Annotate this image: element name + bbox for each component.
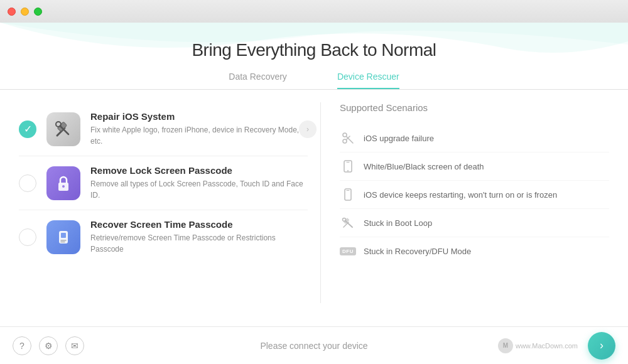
- tab-data-recovery[interactable]: Data Recovery: [229, 72, 287, 89]
- feature-repair-ios[interactable]: ✓ Repair iOS System: [19, 102, 308, 156]
- scenario-recovery-dfu: DFU Stuck in Recovery/DFU Mode: [340, 237, 609, 265]
- feature-screen-time-text: Recover Screen Time Passcode Retrieve/re…: [90, 219, 308, 255]
- next-button[interactable]: ›: [588, 332, 615, 360]
- scenario-ios-upgrade-text: iOS upgrade failure: [364, 134, 434, 143]
- header: Bring Everything Back to Normal: [0, 23, 628, 60]
- tools-small-icon: [340, 215, 356, 231]
- left-panel: ✓ Repair iOS System: [0, 90, 320, 316]
- scenario-restarting-text: iOS device keeps restarting, won't turn …: [364, 190, 557, 200]
- dfu-icon: DFU: [340, 243, 356, 259]
- settings-button[interactable]: ⚙: [39, 336, 58, 355]
- scenario-recovery-dfu-text: Stuck in Recovery/DFU Mode: [364, 247, 471, 256]
- svg-line-13: [347, 137, 354, 144]
- minimize-button[interactable]: [21, 8, 29, 16]
- watermark: M www.MacDown.com: [498, 338, 578, 353]
- feature-remove-lock-text: Remove Lock Screen Passcode Remove all t…: [90, 165, 308, 201]
- scenario-boot-loop: Stuck in Boot Loop: [340, 209, 609, 237]
- scenario-screen-death-text: White/Blue/Black screen of death: [364, 162, 484, 171]
- scenarios-title: Supported Scenarios: [340, 102, 609, 113]
- check-repair-ios: ✓: [19, 120, 36, 138]
- page-title: Bring Everything Back to Normal: [0, 40, 628, 60]
- main-container: Bring Everything Back to Normal Data Rec…: [0, 23, 628, 364]
- chevron-right-icon: ›: [299, 120, 317, 138]
- feature-remove-lock-title: Remove Lock Screen Passcode: [90, 165, 308, 176]
- feature-screen-time-desc: Retrieve/remove Screen Time Passcode or …: [90, 232, 308, 255]
- close-button[interactable]: [8, 8, 16, 16]
- feature-remove-lock[interactable]: Remove Lock Screen Passcode Remove all t…: [19, 156, 308, 210]
- scissors-icon: [340, 130, 356, 146]
- icon-repair-ios: [46, 112, 80, 146]
- bottom-icons: ? ⚙ ✉: [13, 336, 84, 355]
- svg-rect-8: [61, 233, 66, 238]
- feature-repair-ios-title: Repair iOS System: [90, 111, 308, 122]
- feature-repair-ios-text: Repair iOS System Fix white Apple logo, …: [90, 111, 308, 147]
- svg-point-17: [347, 170, 349, 171]
- check-screen-time: [19, 228, 36, 246]
- help-button[interactable]: ?: [13, 336, 31, 355]
- check-remove-lock: [19, 174, 36, 192]
- svg-point-6: [62, 185, 65, 188]
- tab-bar: Data Recovery Device Rescuer: [0, 72, 628, 90]
- phone-restart-icon: [340, 186, 356, 203]
- right-panel: Supported Scenarios iOS upgrade failure: [321, 90, 628, 316]
- feature-remove-lock-desc: Remove all types of Lock Screen Passcode…: [90, 178, 308, 201]
- scenario-boot-loop-text: Stuck in Boot Loop: [364, 218, 432, 228]
- tab-device-rescuer[interactable]: Device Rescuer: [337, 72, 399, 89]
- content-area: ✓ Repair iOS System: [0, 90, 628, 316]
- scenario-restarting: iOS device keeps restarting, won't turn …: [340, 181, 609, 209]
- icon-remove-lock: [46, 166, 80, 200]
- feature-repair-ios-desc: Fix white Apple logo, frozen iPhone, dev…: [90, 124, 308, 147]
- mail-button[interactable]: ✉: [65, 336, 84, 355]
- icon-screen-time: [46, 220, 80, 254]
- status-text: Please connect your device: [260, 341, 367, 351]
- title-bar: [0, 0, 628, 23]
- feature-screen-time[interactable]: Recover Screen Time Passcode Retrieve/re…: [19, 210, 308, 264]
- bottom-right: M www.MacDown.com ›: [498, 332, 615, 360]
- scenario-screen-death: White/Blue/Black screen of death: [340, 153, 609, 181]
- maximize-button[interactable]: [34, 8, 42, 16]
- bottom-bar: ? ⚙ ✉ Please connect your device M www.M…: [0, 326, 628, 364]
- watermark-text: www.MacDown.com: [516, 342, 578, 350]
- feature-screen-time-title: Recover Screen Time Passcode: [90, 219, 308, 230]
- scenario-ios-upgrade: iOS upgrade failure: [340, 124, 609, 153]
- watermark-icon: M: [498, 338, 513, 353]
- phone-icon: [340, 158, 356, 174]
